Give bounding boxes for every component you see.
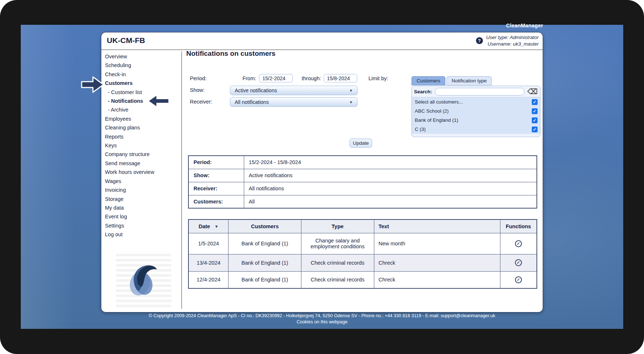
customer-list: Select all customers... ✓ ABC School (2)… xyxy=(412,97,540,134)
through-date-input[interactable] xyxy=(324,74,357,82)
sidebar-item[interactable]: Company structure xyxy=(105,150,181,159)
summary-value: 15/2-2024 - 15/8-2024 xyxy=(244,156,537,169)
page-title: Notifications on customers xyxy=(186,50,276,58)
summary-label: Customers: xyxy=(188,195,244,208)
sidebar-item[interactable]: Log out xyxy=(105,230,181,239)
show-dropdown-value: Active notifications xyxy=(235,87,277,93)
from-date-input[interactable] xyxy=(259,74,293,82)
sidebar-item[interactable]: Overview xyxy=(105,52,181,61)
summary-value: Active notifications xyxy=(244,169,537,182)
user-details: User type: Administrator Username: uk3_m… xyxy=(486,34,539,47)
cell-text: Chreck xyxy=(374,271,500,288)
checkbox-checked-icon[interactable]: ✓ xyxy=(532,99,538,105)
chevron-down-icon: ▼ xyxy=(349,100,353,104)
user-name: Username: uk3_master xyxy=(486,41,539,47)
confirm-check-icon[interactable]: ✓ xyxy=(515,240,522,247)
summary-row: Period: 15/2-2024 - 15/8-2024 xyxy=(188,156,537,169)
picker-search-row: Search: ⌫ xyxy=(412,86,540,97)
sidebar-item[interactable]: - Customer list xyxy=(105,88,181,97)
cell-customers: Bank of England (1) xyxy=(229,271,301,288)
cell-type: Check criminal records xyxy=(301,271,374,288)
limit-by-label: Limit by: xyxy=(368,75,388,81)
clear-search-icon[interactable]: ⌫ xyxy=(527,88,538,95)
sidebar-item[interactable]: Check-in xyxy=(105,70,181,79)
summary-value: All notifications xyxy=(244,182,537,195)
footer-cookies-link[interactable]: Cookies on this webpage xyxy=(21,319,623,325)
customer-option[interactable]: C (3) ✓ xyxy=(412,125,540,134)
from-label: From: xyxy=(229,75,256,81)
sidebar-item[interactable]: Employees xyxy=(105,114,181,123)
show-label: Show: xyxy=(190,87,204,93)
summary-row: Show: Active notifications xyxy=(188,169,537,182)
header-text: Text xyxy=(374,219,500,233)
sidebar-item[interactable]: Event log xyxy=(105,212,181,221)
customer-picker: Search: ⌫ Select all customers... ✓ ABC … xyxy=(411,86,540,137)
confirm-check-icon[interactable]: ✓ xyxy=(515,276,522,283)
search-label: Search: xyxy=(414,89,432,94)
customer-option-label: ABC School (2) xyxy=(415,108,449,114)
sidebar-item[interactable]: - Notifications xyxy=(105,97,181,105)
sidebar-item[interactable]: Keys xyxy=(105,141,181,150)
cell-functions: ✓ xyxy=(500,271,537,288)
limit-tabs: Customers Notification type xyxy=(411,76,492,85)
sidebar-item[interactable]: Settings xyxy=(105,221,181,230)
sidebar-item[interactable]: Scheduling xyxy=(105,61,181,70)
cell-type: Change salary and employment conditions xyxy=(301,233,374,254)
sidebar-item[interactable]: - Archive xyxy=(105,105,181,114)
sidebar-item[interactable]: Invoicing xyxy=(105,186,181,194)
header-customers: Customers xyxy=(229,219,301,233)
sidebar-item[interactable]: My data xyxy=(105,203,181,212)
summary-row: Customers: All xyxy=(188,195,537,208)
footer: © Copyright 2009-2024 CleanManager ApS -… xyxy=(21,313,623,325)
tab-customers[interactable]: Customers xyxy=(411,76,445,85)
sidebar-item[interactable]: Work hours overview xyxy=(105,168,181,176)
summary-label: Period: xyxy=(188,156,244,169)
customer-option[interactable]: ABC School (2) ✓ xyxy=(412,106,540,116)
customer-option-label: C (3) xyxy=(415,127,426,132)
checkbox-checked-icon[interactable]: ✓ xyxy=(532,117,538,123)
customer-option[interactable]: Bank of England (1) ✓ xyxy=(412,116,540,125)
user-type: User type: Administrator xyxy=(486,34,539,41)
sidebar-item[interactable]: Cleaning plans xyxy=(105,123,181,132)
through-label: through: xyxy=(296,75,321,81)
cell-text: Chreck xyxy=(374,254,500,271)
customer-option-label: Bank of England (1) xyxy=(415,117,458,123)
sidebar-item[interactable]: Storage xyxy=(105,195,181,203)
search-input[interactable] xyxy=(435,88,524,96)
header-date[interactable]: Date▼ xyxy=(188,219,229,233)
summary-table: Period: 15/2-2024 - 15/8-2024 Show: Acti… xyxy=(188,155,537,209)
confirm-check-icon[interactable]: ✓ xyxy=(515,259,522,266)
app-window: UK-CM-FB ? User type: Administrator User… xyxy=(101,32,543,312)
receiver-dropdown[interactable]: All notifications ▼ xyxy=(230,97,358,107)
sidebar-item[interactable]: Wages xyxy=(105,177,181,186)
sidebar-item[interactable]: Customers xyxy=(105,79,181,87)
sort-desc-icon: ▼ xyxy=(214,224,218,229)
chevron-down-icon: ▼ xyxy=(349,89,353,93)
checkbox-checked-icon[interactable]: ✓ xyxy=(532,127,538,132)
customer-option[interactable]: Select all customers... ✓ xyxy=(412,97,540,106)
cell-text: New month xyxy=(374,233,500,254)
sidebar-divider xyxy=(182,51,182,309)
receiver-dropdown-value: All notifications xyxy=(235,99,269,105)
notifications-table: Date▼ Customers Type Text Functions 1/5-… xyxy=(188,219,537,289)
help-icon[interactable]: ? xyxy=(476,37,483,44)
sidebar-item[interactable]: Send message xyxy=(105,159,181,168)
table-row: 12/4-2024 Bank of England (1) Check crim… xyxy=(188,271,537,288)
cell-functions: ✓ xyxy=(500,254,537,271)
cell-customers: Bank of England (1) xyxy=(229,233,301,254)
screenshot-stage: CleanManager UK-CM-FB ? User type: Admin… xyxy=(0,0,644,354)
show-dropdown[interactable]: Active notifications ▼ xyxy=(230,86,358,95)
window-header: UK-CM-FB ? User type: Administrator User… xyxy=(101,32,543,50)
header-functions: Functions xyxy=(500,219,537,233)
tab-notification-type[interactable]: Notification type xyxy=(446,76,492,85)
cell-type: Check criminal records xyxy=(301,254,374,271)
update-button[interactable]: Update xyxy=(350,139,372,148)
customer-option-label: Select all customers... xyxy=(415,99,463,105)
checkbox-checked-icon[interactable]: ✓ xyxy=(532,108,538,114)
user-info: ? User type: Administrator Username: uk3… xyxy=(476,34,539,47)
summary-label: Receiver: xyxy=(188,182,244,195)
table-row: 1/5-2024 Bank of England (1) Change sala… xyxy=(188,233,537,254)
sidebar-item[interactable]: Reports xyxy=(105,132,181,141)
summary-label: Show: xyxy=(188,169,244,182)
period-label: Period: xyxy=(190,75,207,81)
